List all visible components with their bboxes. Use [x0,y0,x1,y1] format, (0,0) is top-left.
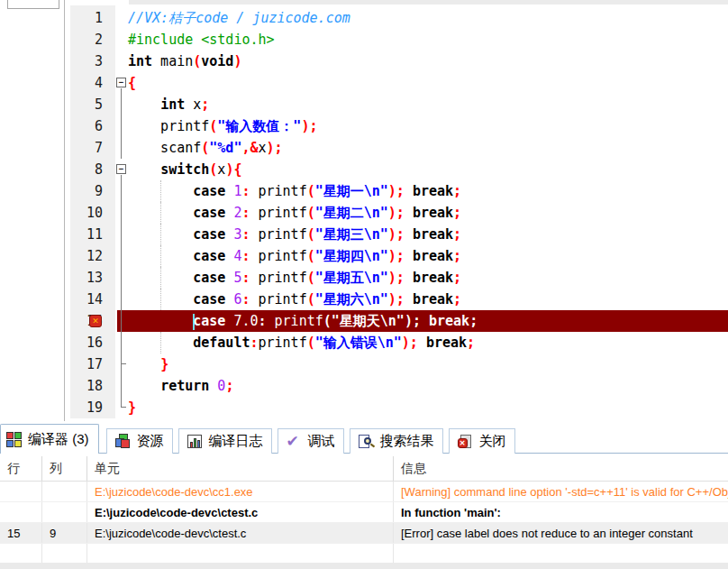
fold-margin: − [115,159,128,180]
code-line-16[interactable]: 16 default:printf("输入错误\n"); break; [0,332,728,353]
code-token: ); [402,335,418,351]
fold-collapse-box[interactable]: − [116,78,126,87]
cell-message: In function 'main': [394,502,728,522]
fold-margin [115,245,128,267]
code-token: ( [307,270,315,286]
code-text: return 0; [128,375,728,397]
message-row-3[interactable]: 159E:\juzicode\code-devc\ctest.c[Error] … [0,523,728,544]
code-token [128,96,160,113]
code-line-2[interactable]: 2#include <stdio.h> [0,29,728,50]
line-number: 7 [70,137,110,159]
code-line-17[interactable]: 17 } [0,353,728,375]
code-token: "星期五\n" [315,270,388,286]
code-token: "输入数值：" [217,118,301,134]
code-line-11[interactable]: 11 case 3: printf("星期三\n"); break; [0,224,728,245]
code-line-15[interactable]: 15 case 7.0: printf("星期天\n"); break;✕ [0,310,728,332]
code-line-9[interactable]: 9 case 1: printf("星期一\n"); break; [0,180,728,202]
code-text: case 6: printf("星期六\n"); break; [128,289,728,310]
cell-line [0,502,42,522]
code-line-1[interactable]: 1//VX:桔子code / juzicode.com [0,7,728,29]
tab-debug[interactable]: ✔调试 [278,428,344,454]
code-token: : [259,313,267,329]
code-token: printf [250,205,306,221]
message-row-1[interactable]: E:\juzicode\code-devc\cc1.exe[Warning] c… [0,482,728,502]
code-token: break [429,313,469,329]
code-token: ; [453,205,461,221]
empty-cell [394,544,728,563]
header-message: 信息 [394,456,728,481]
fold-margin [115,375,128,397]
tab-compiler[interactable]: 编译器 (3) [0,424,99,454]
code-token: ); [301,118,317,134]
empty-row [0,544,728,563]
code-line-14[interactable]: 14 case 6: printf("星期六\n"); break; [0,289,728,310]
line-number: 11 [70,224,110,245]
code-token: printf [267,313,323,329]
code-line-5[interactable]: 5 int x; [0,94,728,115]
code-line-10[interactable]: 10 case 2: printf("星期二\n"); break; [0,202,728,224]
code-token: ( [307,205,315,221]
code-line-19[interactable]: 19} [0,397,728,418]
code-editor[interactable]: 1//VX:桔子code / juzicode.com2#include <st… [0,0,728,422]
code-token: ; [453,270,461,286]
line-number: 4 [70,72,110,94]
tab-search-results[interactable]: 搜索结果 [350,428,443,454]
close-x-icon: ✕ [458,434,474,449]
header-unit: 单元 [87,456,394,481]
fold-margin [115,7,128,29]
code-token: int [160,96,185,113]
code-line-3[interactable]: 3int main(void) [0,50,728,72]
code-token: "星期一\n" [315,183,388,199]
code-token [128,313,193,329]
tab-label: 调试 [308,433,335,450]
code-line-12[interactable]: 12 case 4: printf("星期四\n"); break; [0,245,728,267]
fold-collapse-box[interactable]: − [116,164,126,174]
code-token: ( [209,161,217,178]
message-row-2[interactable]: E:\juzicode\code-devc\ctest.cIn function… [0,502,728,523]
fold-margin [115,353,128,375]
code-token [418,335,426,351]
fold-margin [115,267,128,289]
line-number: 17 [70,353,110,375]
line-number: 2 [70,29,110,50]
code-line-7[interactable]: 7 scanf("%d",&x); [0,137,728,159]
code-text: #include <stdio.h> [128,29,728,50]
code-token: ; [225,378,233,394]
magnifier-icon [359,434,375,449]
tab-label: 编译日志 [209,433,263,450]
code-token: scanf [128,140,201,156]
indent-guide [160,245,161,267]
code-text: } [128,353,728,375]
code-token [405,183,413,199]
code-token: "%d" [209,140,241,156]
code-token: printf [250,183,306,199]
resources-pages-icon [115,434,132,449]
fold-margin [115,50,128,72]
code-line-18[interactable]: 18 return 0; [0,375,728,397]
tab-resources[interactable]: 资源 [106,428,173,454]
code-text: printf("输入数值："); [128,115,728,137]
code-token: ( [209,118,217,134]
code-token: break [413,291,453,307]
output-panel-tabbar: 编译器 (3)资源编译日志✔调试搜索结果✕关闭 [0,424,728,454]
code-token: void [201,53,233,69]
code-token: //VX:桔子code / juzicode.com [128,10,350,26]
code-token: ; [453,291,461,307]
tab-close[interactable]: ✕关闭 [449,428,515,454]
code-token: ( [323,313,332,329]
code-line-13[interactable]: 13 case 5: printf("星期五\n"); break; [0,267,728,289]
code-token: #include <stdio.h> [128,32,275,48]
tab-compile-log[interactable]: 编译日志 [178,428,272,454]
code-token: ( [307,183,315,199]
code-line-6[interactable]: 6 printf("输入数值："); [0,115,728,137]
code-token: break [413,248,453,264]
code-token: "输入错误\n" [315,335,402,351]
code-text: switch(x){ [128,159,728,180]
code-text: case 3: printf("星期三\n"); break; [128,224,728,245]
code-line-4[interactable]: 4−{ [0,72,728,94]
code-token [209,378,217,394]
checkmark-icon: ✔ [287,434,303,449]
fold-margin [115,94,128,115]
code-text: int main(void) [128,50,728,72]
code-line-8[interactable]: 8− switch(x){ [0,159,728,180]
